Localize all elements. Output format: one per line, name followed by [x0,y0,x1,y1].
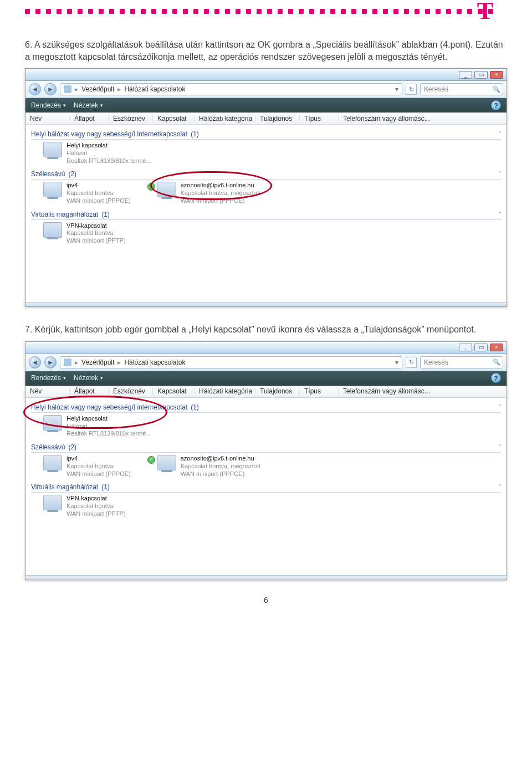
window-titlebar: _ ▭ × [25,342,507,354]
group-count: (1) [101,483,110,491]
col-name[interactable]: Név [25,115,70,122]
nav-row: ◄ ► ▸ Vezérlőpult ▸ Hálózati kapcsolatok… [25,81,507,98]
collapse-icon[interactable]: ˆ [499,404,501,411]
col-name[interactable]: Név [25,387,70,395]
status-bar [25,575,507,580]
connection-item-helyi[interactable]: Helyi kapcsolat Hálózat Realtek RTL8139/… [43,142,501,165]
chevron-down-icon: ▾ [63,103,66,108]
help-button[interactable]: ? [491,100,501,110]
breadcrumb-leaf[interactable]: Hálózati kapcsolatok [124,359,185,366]
col-device[interactable]: Eszköznév [109,387,153,395]
connection-item-ipv6[interactable]: azonosito@ipv6.t-online.hu Kapcsolat bon… [147,455,260,478]
address-bar[interactable]: ▸ Vezérlőpult ▸ Hálózati kapcsolatok ▾ [60,356,402,368]
address-dropdown-icon[interactable]: ▾ [395,359,398,366]
refresh-button[interactable]: ↻ [406,84,417,95]
group-label: Virtuális magánhálózat [31,483,98,491]
col-netcat[interactable]: Hálózati kategória [195,115,255,122]
col-type[interactable]: Típus [300,387,339,395]
connection-item-ipv4[interactable]: ipv4 Kapcsolat bontva WAN miniport (PPPO… [43,182,131,204]
col-state[interactable]: Állapot [70,115,109,122]
nav-forward-button[interactable]: ► [44,83,57,95]
group-count: (2) [68,170,76,178]
search-input[interactable]: Keresés [420,83,503,95]
group-lan[interactable]: Helyi hálózat vagy nagy sebességű intern… [31,400,501,413]
connection-item-helyi[interactable]: Helyi kapcsolat Hálózat Realtek RTL8139/… [43,415,501,438]
window-titlebar: _ ▭ × [25,69,507,81]
connection-sub2: Realtek RTL8139/810x termé... [66,157,151,165]
group-label: Szélessávú [31,170,65,178]
breadcrumb-leaf[interactable]: Hálózati kapcsolatok [124,85,185,93]
brand-t-logo: T [477,0,493,22]
connection-sub2: Realtek RTL8139/810x termé... [66,430,151,438]
connection-text: Helyi kapcsolat Hálózat Realtek RTL8139/… [66,415,151,438]
group-count: (1) [191,403,199,411]
col-netcat[interactable]: Hálózati kategória [195,387,255,395]
group-vpn[interactable]: Virtuális magánhálózat (1) ˆ [31,207,501,220]
network-icon [43,455,62,470]
connection-text: Helyi kapcsolat Hálózat Realtek RTL8139/… [66,142,151,165]
collapse-icon[interactable]: ˆ [499,484,501,490]
address-bar[interactable]: ▸ Vezérlőpult ▸ Hálózati kapcsolatok ▾ [60,83,402,95]
connection-sub1: Kapcsolat bontva [66,503,126,510]
connection-item-vpn[interactable]: VPN-kapcsolat Kapcsolat bontva WAN minip… [43,222,501,245]
list-content: Helyi hálózat vagy nagy sebességű intern… [25,125,507,302]
connection-sub1: Kapcsolat bontva, megosztott [181,190,260,197]
views-button[interactable]: Nézetek ▾ [74,374,103,382]
col-conn[interactable]: Kapcsolat [153,387,195,395]
collapse-icon[interactable]: ˆ [499,444,501,450]
maximize-button[interactable]: ▭ [474,344,488,351]
breadcrumb-root[interactable]: Vezérlőpult [81,85,114,93]
views-button[interactable]: Nézetek ▾ [74,101,103,109]
col-conn[interactable]: Kapcsolat [153,115,195,122]
group-label: Helyi hálózat vagy nagy sebességű intern… [31,130,187,138]
collapse-icon[interactable]: ˆ [499,171,501,177]
group-count: (1) [191,130,199,138]
group-broadband[interactable]: Szélessávú (2) ˆ [31,167,501,180]
network-icon [43,222,62,238]
col-phone[interactable]: Telefonszám vagy állomásc... [339,387,507,395]
organize-button[interactable]: Rendezés ▾ [31,101,66,109]
connection-sub1: Kapcsolat bontva [66,190,131,197]
search-input[interactable]: Keresés [420,356,503,368]
connection-sub1: Kapcsolat bontva, megosztott [181,463,260,470]
connection-item-ipv4[interactable]: ipv4 Kapcsolat bontva WAN miniport (PPPO… [43,455,131,478]
brand-strip: T [25,0,507,22]
connection-sub2: WAN miniport (PPTP) [66,510,126,518]
connection-sub1: Kapcsolat bontva [66,229,126,237]
breadcrumb-sep-icon: ▸ [117,85,121,93]
nav-back-button[interactable]: ◄ [29,356,41,368]
connection-title: ipv4 [66,182,131,190]
collapse-icon[interactable]: ˆ [499,131,501,137]
minimize-button[interactable]: _ [459,344,472,351]
group-label: Helyi hálózat vagy nagy sebességű intern… [31,403,187,411]
help-button[interactable]: ? [491,373,501,383]
col-phone[interactable]: Telefonszám vagy állomásc... [339,115,507,122]
group-vpn[interactable]: Virtuális magánhálózat (1) ˆ [31,480,501,493]
group-broadband[interactable]: Szélessávú (2) ˆ [31,440,501,453]
address-dropdown-icon[interactable]: ▾ [395,85,398,93]
connection-item-ipv6[interactable]: azonosito@ipv6.t-online.hu Kapcsolat bon… [147,182,260,204]
breadcrumb-root[interactable]: Vezérlőpult [81,359,114,366]
col-owner[interactable]: Tulajdonos [255,115,300,122]
close-button[interactable]: × [490,71,503,79]
refresh-button[interactable]: ↻ [406,357,417,368]
col-device[interactable]: Eszköznév [109,115,153,122]
collapse-icon[interactable]: ˆ [499,211,501,218]
connection-sub2: WAN miniport (PPPOE) [181,197,260,205]
connection-text: VPN-kapcsolat Kapcsolat bontva WAN minip… [66,495,126,518]
folder-icon [64,359,71,366]
check-icon [147,183,155,191]
col-type[interactable]: Típus [300,115,339,122]
col-owner[interactable]: Tulajdonos [255,387,300,395]
nav-back-button[interactable]: ◄ [29,83,41,95]
minimize-button[interactable]: _ [459,71,472,79]
organize-button[interactable]: Rendezés ▾ [31,374,66,382]
nav-forward-button[interactable]: ► [44,356,57,368]
close-button[interactable]: × [490,344,503,351]
network-icon [43,182,62,197]
group-lan[interactable]: Helyi hálózat vagy nagy sebességű intern… [31,127,501,140]
maximize-button[interactable]: ▭ [474,71,488,79]
connection-item-vpn[interactable]: VPN-kapcsolat Kapcsolat bontva WAN minip… [43,495,501,518]
chevron-down-icon: ▾ [100,375,103,381]
col-state[interactable]: Állapot [70,387,109,395]
